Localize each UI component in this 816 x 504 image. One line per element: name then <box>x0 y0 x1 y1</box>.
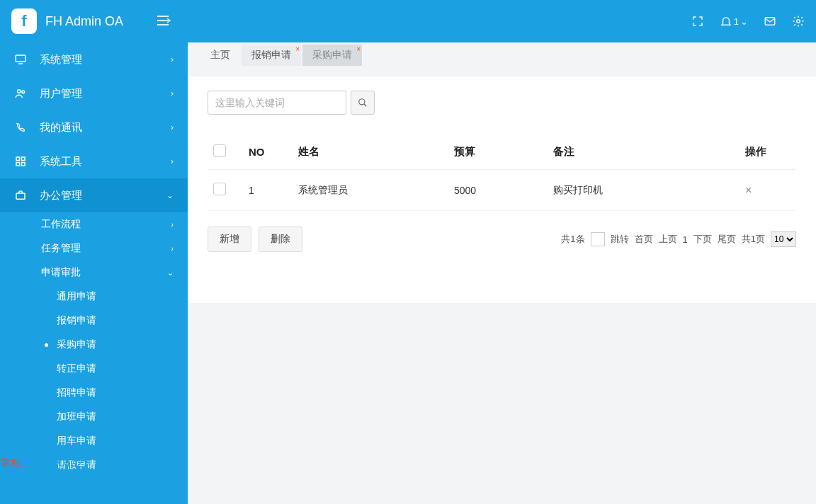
search-row <box>208 91 796 115</box>
close-icon[interactable]: × <box>295 45 300 53</box>
svg-rect-11 <box>16 163 20 166</box>
sidebar-item-tools[interactable]: 系统工具 › <box>0 144 188 178</box>
pager-pages: 共1页 <box>742 233 765 246</box>
gear-icon[interactable] <box>792 15 805 28</box>
col-name: 姓名 <box>293 134 448 170</box>
col-remark: 备注 <box>548 134 740 170</box>
col-no: NO <box>243 134 293 170</box>
select-all-checkbox[interactable] <box>213 144 226 157</box>
chevron-right-icon: › <box>171 88 174 98</box>
sidebar-item-label: 办公管理 <box>40 189 166 202</box>
tab-purchase[interactable]: 采购申请× <box>302 45 362 66</box>
search-icon <box>358 98 368 108</box>
briefcase-icon <box>14 189 30 202</box>
sidebar-sub-approval[interactable]: 申请审批 ⌄ <box>0 260 188 285</box>
svg-point-7 <box>18 90 21 93</box>
sidebar-leaf-general[interactable]: 通用申请 <box>0 285 188 309</box>
svg-point-4 <box>797 20 800 23</box>
cell-name: 系统管理员 <box>293 170 448 211</box>
sidebar-sub-label: 任务管理 <box>41 242 81 255</box>
table-row: 1 系统管理员 5000 购买打印机 × <box>208 170 796 211</box>
notif-count: 1 <box>734 16 739 27</box>
sidebar-sub-label: 工作流程 <box>41 218 81 231</box>
sidebar-sub-workflow[interactable]: 工作流程 › <box>0 212 188 236</box>
chevron-down-icon: ⌄ <box>740 16 748 27</box>
cell-no: 1 <box>243 170 293 211</box>
phone-icon <box>14 121 30 134</box>
notifications-icon[interactable]: 1 ⌄ <box>720 15 748 28</box>
chevron-right-icon: › <box>171 220 174 229</box>
svg-rect-5 <box>16 55 26 62</box>
sidebar-item-contacts[interactable]: 我的通讯 › <box>0 110 188 144</box>
chevron-right-icon: › <box>171 55 174 64</box>
monitor-icon <box>14 53 30 66</box>
chevron-right-icon: › <box>171 122 174 132</box>
col-op: 操作 <box>740 134 796 170</box>
svg-line-15 <box>364 104 367 107</box>
topbar: f FH Admin OA 1 ⌄ <box>0 0 816 42</box>
actions-row: 新增 删除 共1条 跳转 首页 上页 1 下页 尾页 共1页 10 <box>208 227 796 252</box>
svg-point-14 <box>359 99 365 105</box>
mail-icon[interactable] <box>764 15 776 28</box>
sidebar-leaf-regular[interactable]: 转正申请 <box>0 357 188 381</box>
chevron-down-icon: ⌄ <box>166 190 174 200</box>
data-table: NO 姓名 预算 备注 操作 1 系统管理员 5000 购买打印机 × <box>208 134 796 211</box>
sidebar-item-label: 系统工具 <box>40 155 171 168</box>
tab-reimburse[interactable]: 报销申请× <box>242 45 301 66</box>
fullscreen-icon[interactable] <box>691 15 704 28</box>
logo: f <box>11 8 37 34</box>
pager-first[interactable]: 首页 <box>635 233 653 246</box>
chevron-down-icon: ⌄ <box>167 268 174 277</box>
pager-jump-input[interactable] <box>591 232 605 246</box>
sidebar-item-label: 我的通讯 <box>40 121 171 134</box>
sidebar-sub-label: 申请审批 <box>41 266 81 279</box>
search-input[interactable] <box>208 91 346 115</box>
brand-title: FH Admin OA <box>45 14 123 29</box>
row-checkbox[interactable] <box>213 183 226 195</box>
svg-rect-10 <box>22 157 26 161</box>
menu-toggle-icon[interactable] <box>157 15 171 28</box>
close-icon[interactable]: × <box>356 45 361 53</box>
pagination: 共1条 跳转 首页 上页 1 下页 尾页 共1页 10 <box>561 231 796 247</box>
logo-letter: f <box>21 12 26 30</box>
content-area: 主页 报销申请× 采购申请× NO 姓名 预算 备注 操作 <box>188 42 816 504</box>
add-button[interactable]: 新增 <box>208 227 251 252</box>
sidebar-item-label: 系统管理 <box>40 53 171 67</box>
chevron-right-icon: › <box>171 244 174 253</box>
users-icon <box>14 87 30 100</box>
pager-size-select[interactable]: 10 <box>771 231 796 247</box>
svg-rect-12 <box>22 163 26 166</box>
chevron-right-icon: › <box>171 156 174 166</box>
grid-icon <box>14 155 30 168</box>
sidebar-leaf-leave[interactable]: 请假申请 <box>0 453 188 477</box>
sidebar-leaf-reimburse[interactable]: 报销申请 <box>0 309 188 333</box>
pager-prev[interactable]: 上页 <box>659 233 677 246</box>
main-panel: NO 姓名 预算 备注 操作 1 系统管理员 5000 购买打印机 × <box>188 76 816 303</box>
pager-last[interactable]: 尾页 <box>718 233 736 246</box>
svg-rect-13 <box>16 193 25 199</box>
col-budget: 预算 <box>448 134 548 170</box>
cell-remark: 购买打印机 <box>548 170 740 211</box>
pager-jump[interactable]: 跳转 <box>611 233 629 246</box>
sidebar: 系统管理 › 用户管理 › 我的通讯 › 系统工具 › 办公管理 ⌄ 工作流程 … <box>0 42 188 504</box>
sidebar-item-system[interactable]: 系统管理 › <box>0 42 188 76</box>
pager-total: 共1条 <box>561 233 584 246</box>
sidebar-item-label: 用户管理 <box>40 87 171 101</box>
sidebar-leaf-overtime[interactable]: 加班申请 <box>0 405 188 429</box>
sidebar-leaf-recruit[interactable]: 招聘申请 <box>0 381 188 405</box>
sidebar-leaf-car[interactable]: 用车申请 <box>0 429 188 453</box>
search-button[interactable] <box>351 91 375 115</box>
svg-point-8 <box>22 91 25 93</box>
sidebar-leaf-purchase[interactable]: 采购申请 <box>0 333 188 357</box>
sidebar-item-users[interactable]: 用户管理 › <box>0 76 188 110</box>
tab-home[interactable]: 主页 <box>200 45 240 66</box>
svg-rect-9 <box>16 157 20 161</box>
cell-budget: 5000 <box>448 170 548 211</box>
tabs-bar: 主页 报销申请× 采购申请× <box>188 42 816 68</box>
pager-current: 1 <box>683 234 688 245</box>
delete-button[interactable]: 删除 <box>259 227 302 252</box>
sidebar-sub-tasks[interactable]: 任务管理 › <box>0 236 188 260</box>
pager-next[interactable]: 下页 <box>693 233 712 246</box>
row-delete-icon[interactable]: × <box>745 184 752 196</box>
sidebar-item-office[interactable]: 办公管理 ⌄ <box>0 178 188 212</box>
